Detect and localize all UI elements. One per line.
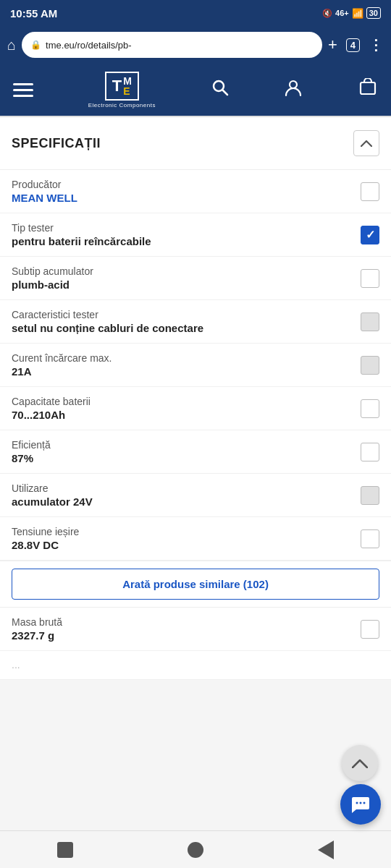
spec-content: Eficiență 87% [12,439,361,464]
spec-label: Curent încărcare max. [12,352,361,364]
spec-value-caracteristici: setul nu conține cabluri de conectare [12,322,361,334]
spec-label: Producător [12,179,361,190]
svg-point-2 [290,81,297,88]
spec-label: Masa brută [12,616,361,628]
network-type: 46+ [335,9,349,17]
logo-t: T [112,77,122,95]
search-button[interactable] [211,78,230,101]
svg-point-5 [360,802,362,804]
spec-row-eficienta: Eficiență 87% [0,430,391,474]
chat-button[interactable] [340,784,381,825]
spec-content: Tensiune ieșire 28.8V DC [12,526,361,551]
svg-line-1 [222,90,227,95]
spec-content: Subtip acumulator plumb-acid [12,265,361,291]
spec-row-utilizare: Utilizare acumulator 24V [0,474,391,517]
browser-actions: + 4 ⋮ [328,35,384,54]
new-tab-button[interactable]: + [328,35,337,54]
tab-count[interactable]: 4 [346,38,360,52]
bottom-spacer [0,680,391,723]
spec-row-curent: Curent încărcare max. 21A [0,344,391,387]
spec-content: ... [12,659,379,672]
spec-value-tensiune: 28.8V DC [12,539,361,551]
menu-line [13,89,33,91]
spec-label: Subtip acumulator [12,265,361,277]
menu-button[interactable] [13,83,33,97]
logo-subtitle: Electronic Components [88,102,156,109]
spec-value-eficienta: 87% [12,452,361,464]
mute-icon: 🔇 [322,9,332,18]
home-nav-button[interactable] [181,835,210,864]
spec-value-tip-tester: pentru baterii reîncărcabile [12,235,361,247]
back-icon [311,835,340,864]
tme-logo[interactable]: T M E Electronic Components [88,72,156,109]
home-nav-icon [181,835,210,864]
spec-value-masa: 2327.7 g [12,629,361,642]
similar-products-button[interactable]: Arată produse similare (102) [12,569,379,600]
svg-point-6 [363,802,366,804]
spec-row-masa-bruta: Masa brută 2327.7 g [0,608,391,651]
spec-content: Capacitate baterii 70...210Ah [12,396,361,421]
spec-label: Eficiență [12,439,361,451]
url-bar[interactable]: 🔒 tme.eu/ro/details/pb- [22,32,322,58]
spec-row-tip-tester: Tip tester pentru baterii reîncărcabile [0,213,391,257]
spec-label: Tip tester [12,222,361,234]
url-text: tme.eu/ro/details/pb- [46,40,314,51]
section-title: SPECIFICAȚII [12,136,101,151]
spec-checkbox-tip-tester[interactable] [361,226,379,244]
spec-value-subtip: plumb-acid [12,278,361,291]
section-header: SPECIFICAȚII [0,117,391,170]
spec-label: Tensiune ieșire [12,526,361,537]
spec-value-producator[interactable]: MEAN WELL [12,192,361,204]
spec-content: Producător MEAN WELL [12,179,361,204]
spec-checkbox-curent[interactable] [361,356,379,375]
spec-row-subtip-acumulator: Subtip acumulator plumb-acid [0,257,391,300]
svg-rect-3 [361,82,375,94]
spec-label: Capacitate baterii [12,396,361,407]
logo-e: E [123,86,132,96]
collapse-button[interactable] [353,130,379,156]
square-button[interactable] [51,835,80,864]
home-icon: ⌂ [7,37,16,54]
logo-m: M [123,76,132,86]
spec-content: Utilizare acumulator 24V [12,482,361,508]
spec-value-curent: 21A [12,365,361,378]
bottom-navigation [0,830,391,868]
spec-checkbox-caracteristici[interactable] [361,312,379,331]
spec-label: ... [12,659,379,671]
spec-checkbox-producator[interactable] [361,182,379,201]
cart-button[interactable] [358,78,378,101]
spec-checkbox-utilizare[interactable] [361,486,379,505]
spec-checkbox-capacitate[interactable] [361,399,379,418]
spec-value-capacitate: 70...210Ah [12,409,361,421]
spec-checkbox-eficienta[interactable] [361,443,379,461]
spec-value-utilizare: acumulator 24V [12,495,361,508]
home-button[interactable]: ⌂ [7,37,16,54]
spec-checkbox-masa[interactable] [361,620,379,639]
spec-content: Masa brută 2327.7 g [12,616,361,642]
spec-content: Curent încărcare max. 21A [12,352,361,378]
more-button[interactable]: ⋮ [369,36,384,54]
spec-row-partial: ... [0,651,391,680]
spec-row-producator: Producător MEAN WELL [0,170,391,213]
battery-icon: 30 [366,7,381,19]
spec-row-capacitate: Capacitate baterii 70...210Ah [0,387,391,430]
nav-bar: T M E Electronic Components [0,64,391,116]
spec-row-tensiune: Tensiune ieșire 28.8V DC [0,517,391,561]
spec-content: Tip tester pentru baterii reîncărcabile [12,222,361,247]
back-button[interactable] [311,835,340,864]
spec-checkbox-subtip[interactable] [361,269,379,288]
menu-line [13,95,33,97]
account-button[interactable] [284,78,303,101]
status-bar: 10:55 AM 🔇 46+ 📶 30 [0,0,391,26]
status-time: 10:55 AM [10,7,57,20]
recent-apps-icon [51,835,80,864]
scroll-top-button[interactable] [342,745,378,781]
similar-button-row: Arată produse similare (102) [0,561,391,608]
menu-line [13,83,33,85]
spec-label: Caracteristici tester [12,309,361,320]
spec-checkbox-tensiune[interactable] [361,529,379,548]
browser-bar: ⌂ 🔒 tme.eu/ro/details/pb- + 4 ⋮ [0,26,391,64]
status-icons: 🔇 46+ 📶 30 [322,7,381,19]
spec-label: Utilizare [12,482,361,494]
spec-row-caracteristici: Caracteristici tester setul nu conține c… [0,300,391,344]
